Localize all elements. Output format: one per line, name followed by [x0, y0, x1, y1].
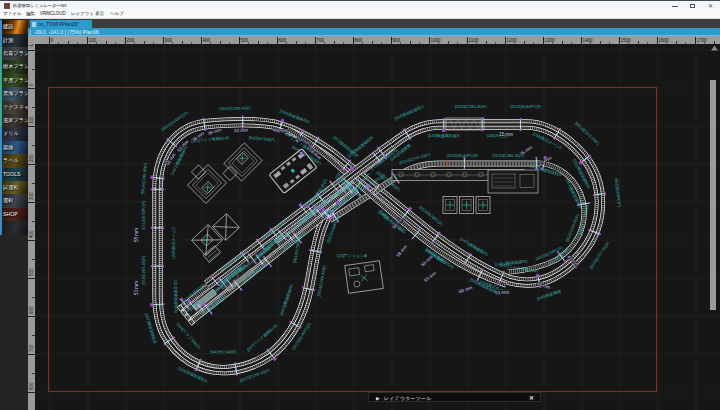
svg-text:15 mm: 15 mm — [499, 132, 513, 137]
svg-text:[552]C243-45(F): [552]C243-45(F) — [141, 255, 146, 285]
svg-text:(5513)S140PC(F): (5513)S140PC(F) — [447, 153, 479, 158]
svg-text:(5513)S140PC(F): (5513)S140PC(F) — [510, 104, 542, 109]
svg-text:[543]複線高架橋S: [543]複線高架橋S — [428, 133, 460, 138]
svg-text:[5515]C280-45(F): [5515]C280-45(F) — [455, 104, 487, 109]
svg-text:48 mm: 48 mm — [273, 128, 287, 134]
svg-text:58 mm: 58 mm — [134, 228, 139, 242]
svg-text:[313]複線架線柱6L: [313]複線架線柱6L — [173, 280, 179, 314]
svg-text:[542]HC243(F): [542]HC243(F) — [210, 349, 237, 354]
svg-text:43 mm: 43 mm — [234, 128, 248, 134]
svg-text:[26]マンションA: [26]マンションA — [337, 253, 367, 258]
svg-text:53 mm: 53 mm — [134, 281, 139, 295]
svg-text:53 mm: 53 mm — [495, 290, 509, 295]
svg-text:(5519)S70PC(F): (5519)S70PC(F) — [141, 200, 146, 230]
svg-text:[5515]C280-45(F): [5515]C280-45(F) — [219, 105, 251, 111]
svg-text:[258]島式ホームC: [258]島式ホームC — [171, 226, 176, 258]
